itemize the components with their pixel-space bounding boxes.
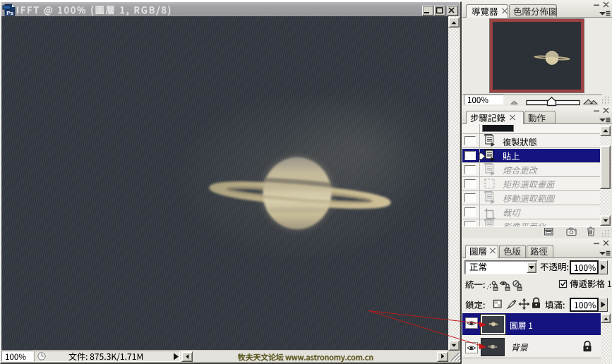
svg-text:Ps: Ps <box>6 10 13 16</box>
